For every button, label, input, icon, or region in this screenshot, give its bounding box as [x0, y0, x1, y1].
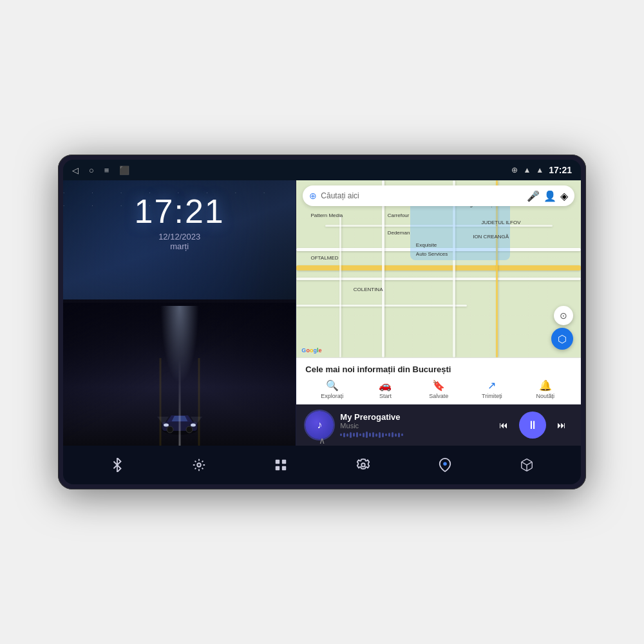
- apps-icon: [274, 458, 288, 472]
- nav-back-button[interactable]: ◁: [72, 166, 79, 175]
- map-label-judet: JUDEȚUL ILFOV: [481, 220, 520, 225]
- map-label-ion: ION CREANGĂ: [473, 234, 509, 240]
- nav-menu-button[interactable]: ≡: [104, 166, 109, 175]
- map-label-dedeman: Dedeman: [388, 230, 410, 236]
- maps-tab-saved[interactable]: 🔖 Salvate: [412, 379, 466, 399]
- svg-point-13: [361, 463, 365, 467]
- news-icon: 🔔: [539, 379, 552, 392]
- cube-icon: [520, 458, 534, 472]
- maps-nav-tabs: 🔍 Explorați 🚗 Start 🔖 Salvate ↗: [305, 379, 572, 399]
- svg-point-14: [443, 462, 447, 466]
- svg-point-3: [191, 424, 196, 427]
- explore-label: Explorați: [321, 393, 343, 399]
- svg-point-6: [167, 426, 173, 433]
- status-icons: ⊕ ▲ ▲ 17:21: [511, 165, 572, 175]
- music-waveform: [340, 431, 487, 438]
- saved-label: Salvate: [429, 393, 448, 399]
- map-label-exquisite: Exquisite: [416, 242, 437, 248]
- maps-pin-icon: ⊕: [309, 191, 317, 201]
- status-time: 17:21: [549, 165, 572, 175]
- clock-date: 12/12/2023 marți: [63, 232, 296, 251]
- status-bar: ◁ ○ ≡ ⬛ ⊕ ▲ ▲ 17:21: [63, 160, 581, 180]
- clock-time: 17:21: [63, 192, 296, 231]
- svg-point-8: [197, 463, 201, 467]
- locate-fab[interactable]: ⊙: [554, 306, 573, 325]
- music-info: My Prerogative Music: [340, 412, 487, 438]
- music-player: ♪ My Prerogative Music: [296, 404, 581, 446]
- svg-point-2: [164, 424, 169, 427]
- saved-icon: 🔖: [432, 379, 445, 392]
- map-label-oftalmed: OFTALMED: [310, 255, 338, 261]
- maps-tab-explore[interactable]: 🔍 Explorați: [305, 379, 359, 399]
- map-label-pattern: Pattern Media: [310, 213, 343, 218]
- play-pause-button[interactable]: ⏸: [519, 412, 546, 439]
- bluetooth-icon: [110, 458, 124, 472]
- car-tunnel: [63, 299, 296, 446]
- maps-tab-news[interactable]: 🔔 Noutăți: [518, 379, 572, 399]
- car-icon: [157, 410, 202, 436]
- dock-maps[interactable]: [431, 451, 459, 479]
- next-button[interactable]: ⏭: [551, 415, 572, 435]
- news-label: Noutăți: [536, 393, 554, 399]
- dock-settings[interactable]: [349, 451, 377, 479]
- radio-icon: [192, 458, 206, 472]
- navigate-fab[interactable]: ⬡: [551, 328, 573, 350]
- music-controls: ⏮ ⏸ ⏭: [493, 412, 572, 439]
- music-subtitle: Music: [340, 422, 487, 430]
- svg-rect-11: [276, 466, 279, 470]
- layers-icon[interactable]: ◈: [560, 190, 568, 202]
- start-icon: 🚗: [379, 379, 392, 392]
- location-icon: ⊕: [511, 166, 518, 175]
- svg-rect-10: [282, 460, 286, 464]
- svg-point-7: [186, 426, 193, 433]
- dock-bluetooth[interactable]: [103, 451, 131, 479]
- main-content: 17:21 12/12/2023 marți: [63, 180, 581, 446]
- maps-section[interactable]: Pattern Media Carrefour Dragonul Roșu De…: [296, 180, 581, 357]
- maps-tab-start[interactable]: 🚗 Start: [359, 379, 412, 399]
- map-background: Pattern Media Carrefour Dragonul Roșu De…: [296, 180, 581, 357]
- clock-section: 17:21 12/12/2023 marți: [63, 192, 296, 251]
- nav-cast-button[interactable]: ⬛: [119, 166, 129, 175]
- device-screen: ◁ ○ ≡ ⬛ ⊕ ▲ ▲ 17:21 17:21 12/12/2023: [63, 160, 581, 484]
- map-search-action-icons: 🎤 👤 ◈: [527, 190, 568, 202]
- nav-home-button[interactable]: ○: [89, 166, 94, 175]
- tunnel-road: [63, 299, 296, 446]
- map-label-auto: Auto Services: [416, 251, 448, 257]
- right-panel: Pattern Media Carrefour Dragonul Roșu De…: [296, 180, 581, 446]
- swipe-up-indicator[interactable]: ∧: [319, 435, 325, 446]
- map-label-carrefour: Carrefour: [388, 213, 410, 218]
- prev-button[interactable]: ⏮: [493, 415, 514, 435]
- map-search-bar[interactable]: ⊕ Căutați aici 🎤 👤 ◈: [303, 185, 574, 206]
- maps-icon: [438, 458, 452, 472]
- map-label-colentina: COLENTINA: [354, 287, 383, 292]
- signal-icon: ▲: [536, 166, 544, 175]
- maps-info-bar: Cele mai noi informații din București 🔍 …: [296, 357, 581, 404]
- profile-icon[interactable]: 👤: [544, 190, 556, 202]
- dock-radio[interactable]: [185, 451, 213, 479]
- share-label: Trimiteți: [482, 393, 502, 399]
- maps-info-title: Cele mai noi informații din București: [305, 365, 572, 374]
- music-title: My Prerogative: [340, 412, 487, 422]
- start-label: Start: [379, 393, 392, 399]
- headlight-glow: [160, 306, 199, 383]
- device-frame: ◁ ○ ≡ ⬛ ⊕ ▲ ▲ 17:21 17:21 12/12/2023: [58, 155, 586, 489]
- left-panel: 17:21 12/12/2023 marți: [63, 180, 296, 446]
- google-logo: Google: [301, 347, 321, 354]
- nav-buttons: ◁ ○ ≡ ⬛: [72, 166, 129, 175]
- wifi-icon: ▲: [523, 166, 531, 175]
- svg-rect-12: [282, 466, 286, 470]
- bottom-dock: [63, 446, 581, 484]
- svg-rect-9: [276, 460, 279, 464]
- settings-icon: [356, 458, 370, 472]
- dock-cube[interactable]: [513, 451, 541, 479]
- explore-icon: 🔍: [326, 379, 339, 392]
- search-placeholder: Căutați aici: [321, 191, 523, 200]
- dock-apps[interactable]: [267, 451, 295, 479]
- share-icon: ↗: [488, 379, 496, 392]
- mic-icon[interactable]: 🎤: [527, 190, 540, 202]
- maps-tab-share[interactable]: ↗ Trimiteți: [466, 379, 519, 399]
- music-note-icon: ♪: [317, 419, 322, 431]
